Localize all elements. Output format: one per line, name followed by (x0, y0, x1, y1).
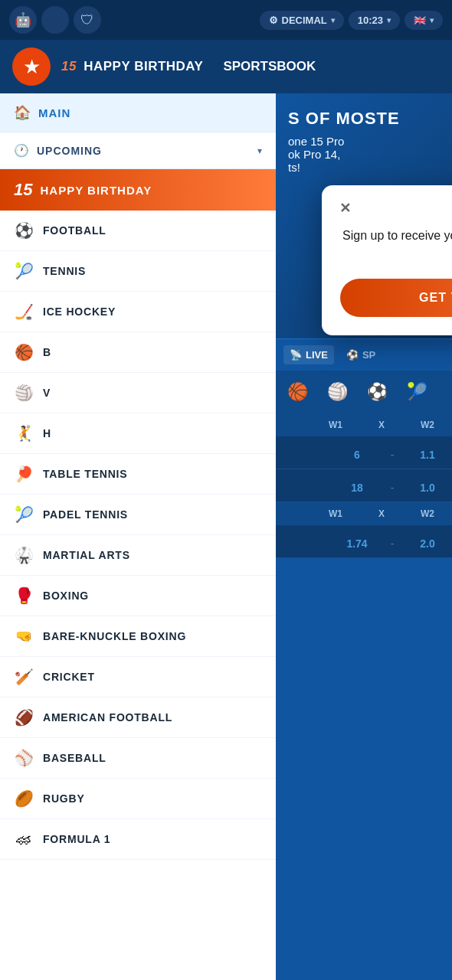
sidebar-item-ice-hockey[interactable]: 🏒 ICE HOCKEY (0, 292, 276, 332)
sidebar-item-martial-arts[interactable]: 🥋 MARTIAL ARTS (0, 535, 276, 576)
sidebar-item-baseball[interactable]: ⚾ BASEBALL (0, 738, 276, 779)
basketball-label: B (43, 346, 51, 358)
volleyball-label: V (43, 387, 51, 399)
upcoming-chevron: ▾ (257, 145, 262, 156)
right-panel: S OF MOSTE one 15 Pro ok Pro 14, ts! 🚗 📡… (276, 93, 452, 980)
odds-w2-1[interactable]: 1.1 (412, 449, 443, 461)
odds-x-3: - (385, 537, 400, 550)
sidebar-item-rugby[interactable]: 🏉 RUGBY (0, 779, 276, 819)
time-chevron: ▾ (387, 16, 391, 24)
tennis-filter-icon[interactable]: 🎾 (403, 378, 431, 406)
odds-w1-1[interactable]: 6 (342, 449, 372, 461)
live-tabs: 📡 LIVE ⚽ SP (276, 338, 452, 371)
cricket-icon: 🏏 (14, 667, 34, 687)
rugby-label: RUGBY (43, 792, 85, 805)
martial-arts-label: MARTIAL ARTS (43, 549, 130, 561)
live-signal-icon: 📡 (290, 349, 302, 361)
odds-col-x-b: X (366, 508, 397, 519)
sidebar-item-padel-tennis[interactable]: 🎾 PADEL TENNIS (0, 495, 276, 535)
android-icon[interactable]: 🤖 (9, 6, 37, 34)
lang-chevron: ▾ (430, 16, 434, 24)
odds-header-row-2: W1 X W2 (276, 502, 452, 525)
sidebar-item-bare-knuckle-boxing[interactable]: 🤜 BARE-KNUCKLE BOXING (0, 616, 276, 657)
time-selector[interactable]: 10:23 ▾ (349, 11, 400, 30)
apple-icon[interactable] (41, 6, 69, 34)
status-bar-right: ⚙ DECIMAL ▾ 10:23 ▾ 🇬🇧 ▾ (260, 11, 443, 30)
sidebar-item-volleyball[interactable]: 🏐 V (0, 373, 276, 413)
odds-x-1: - (385, 449, 400, 461)
basketball-icon: 🏀 (14, 342, 34, 362)
bare-knuckle-boxing-label: BARE-KNUCKLE BOXING (43, 630, 186, 642)
sidebar-item-tennis[interactable]: 🎾 TENNIS (0, 251, 276, 292)
table-tennis-icon: 🏓 (14, 464, 34, 484)
sidebar-item-table-tennis[interactable]: 🏓 TABLE TENNIS (0, 454, 276, 495)
odds-col-x: X (366, 420, 397, 430)
martial-arts-icon: 🥋 (14, 545, 34, 565)
sidebar-item-handball[interactable]: 🤾 H (0, 413, 276, 454)
decimal-selector[interactable]: ⚙ DECIMAL ▾ (260, 11, 344, 30)
popup-close-button[interactable]: ✕ (334, 198, 355, 219)
odds-col-w2: W2 (412, 420, 443, 430)
language-selector[interactable]: 🇬🇧 ▾ (405, 11, 443, 30)
main-layout: 🏠 MAIN 🕐 UPCOMING ▾ 15 HAPPY BIRTHDAY ⚽ … (0, 93, 452, 980)
football-filter-icon[interactable]: ⚽ (363, 378, 391, 406)
odds-row-1: 6 - 1.1 (276, 436, 452, 469)
sidebar-item-formula-1[interactable]: 🏎 FORMULA 1 (0, 819, 276, 860)
odds-values-3: 1.74 - 2.0 (285, 537, 443, 550)
status-bar: 🤖 🛡 ⚙ DECIMAL ▾ 10:23 ▾ 🇬🇧 ▾ (0, 0, 452, 40)
volleyball-filter-icon[interactable]: 🏐 (323, 378, 351, 406)
odds-header-row-1: W1 X W2 (276, 413, 452, 436)
table-tennis-label: TABLE TENNIS (43, 468, 127, 480)
sidebar-upcoming[interactable]: 🕐 UPCOMING ▾ (0, 132, 276, 169)
sidebar-birthday-banner[interactable]: 15 HAPPY BIRTHDAY (0, 169, 276, 211)
odds-w1-3[interactable]: 1.74 (342, 537, 372, 550)
bare-knuckle-boxing-icon: 🤜 (14, 626, 34, 646)
live-tab[interactable]: 📡 LIVE (283, 345, 334, 364)
promo-line1: one 15 Pro (288, 135, 440, 148)
home-icon: 🏠 (14, 104, 31, 121)
settings-icon: ⚙ (269, 15, 278, 26)
decimal-chevron: ▾ (331, 16, 335, 24)
sidebar-item-football[interactable]: ⚽ FOOTBALL (0, 211, 276, 251)
odds-col-w1-b: W1 (320, 508, 351, 519)
sidebar-item-cricket[interactable]: 🏏 CRICKET (0, 657, 276, 697)
sidebar-main[interactable]: 🏠 MAIN (0, 93, 276, 132)
birthday-label: HAPPY BIRTHDAY (84, 59, 203, 74)
sidebar-item-boxing[interactable]: 🥊 BOXING (0, 576, 276, 616)
tennis-label: TENNIS (43, 265, 86, 277)
odds-values-1: 6 - 1.1 (285, 449, 443, 461)
sport-icons-row: 🏀 🏐 ⚽ 🎾 (276, 371, 452, 413)
main-label: MAIN (38, 106, 70, 119)
odds-w1-2[interactable]: 18 (342, 482, 372, 494)
boxing-label: BOXING (43, 590, 89, 602)
odds-w2-3[interactable]: 2.0 (412, 537, 443, 550)
get-bonus-button[interactable]: GET YOUR BONUS! (340, 279, 452, 317)
odds-w2-2[interactable]: 1.0 (412, 482, 443, 494)
logo[interactable]: ★ (12, 47, 51, 86)
rugby-icon: 🏉 (14, 789, 34, 808)
sports-ball-icon: ⚽ (346, 349, 359, 361)
sidebar: 🏠 MAIN 🕐 UPCOMING ▾ 15 HAPPY BIRTHDAY ⚽ … (0, 93, 276, 980)
baseball-label: BASEBALL (43, 752, 106, 764)
baseball-icon: ⚾ (14, 748, 34, 768)
american-football-icon: 🏈 (14, 707, 34, 727)
popup-text: Sign up to receive your first deposit bo… (340, 227, 452, 263)
odds-row-3: 1.74 - 2.0 (276, 525, 452, 558)
flag-icon: 🇬🇧 (414, 15, 426, 26)
volleyball-icon: 🏐 (14, 383, 34, 403)
promo-heading: S OF MOSTE (288, 109, 440, 129)
basketball-filter-icon[interactable]: 🏀 (283, 378, 311, 406)
popup-text-before: Sign up to receive your (342, 229, 452, 242)
ice-hockey-label: ICE HOCKEY (43, 305, 116, 318)
birthday-banner-label: HAPPY BIRTHDAY (40, 184, 152, 197)
sidebar-item-american-football[interactable]: 🏈 AMERICAN FOOTBALL (0, 697, 276, 738)
birthday-banner-number: 15 (14, 180, 32, 200)
odds-values-2: 18 - 1.0 (285, 482, 443, 494)
sidebar-item-basketball[interactable]: 🏀 B (0, 332, 276, 373)
odds-row-2: 18 - 1.0 (276, 469, 452, 502)
upcoming-label: UPCOMING (37, 145, 102, 157)
sports-tab[interactable]: ⚽ SP (340, 345, 382, 364)
header-sportsbook: SPORTSBOOK (214, 59, 316, 74)
odds-col-w2-b: W2 (412, 508, 443, 519)
odds-col-w1: W1 (320, 420, 351, 430)
